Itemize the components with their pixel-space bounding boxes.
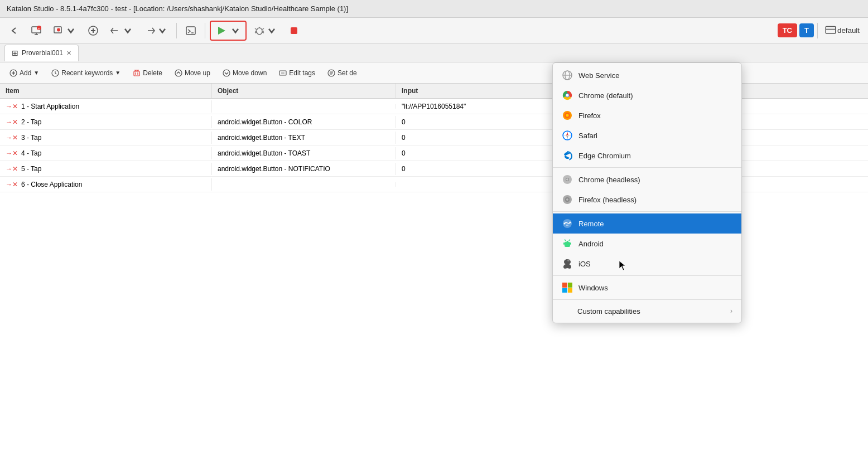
chrome-headless-label: Chrome (headless) bbox=[578, 176, 732, 184]
android-icon bbox=[562, 238, 573, 249]
toolbar-right: TC T default bbox=[778, 22, 864, 39]
svg-point-78 bbox=[567, 259, 570, 261]
bug-icon bbox=[254, 25, 265, 36]
debug-dropdown-icon bbox=[266, 25, 277, 36]
svg-line-20 bbox=[262, 32, 264, 33]
col-header-object: Object bbox=[212, 84, 396, 98]
dropdown-item-remote[interactable]: Remote bbox=[553, 213, 741, 234]
svg-text:●: ● bbox=[38, 27, 40, 30]
dropdown-item-windows[interactable]: Windows bbox=[553, 278, 741, 298]
row-5-item: →✕ 5 - Tap bbox=[0, 163, 212, 175]
workspace-icon bbox=[825, 25, 836, 36]
move-down-label: Move down bbox=[233, 69, 267, 77]
dropdown-item-safari[interactable]: Safari bbox=[553, 125, 741, 145]
row-2-error-icon: →✕ bbox=[6, 118, 18, 126]
svg-line-72 bbox=[565, 240, 566, 241]
remote-label: Remote bbox=[578, 220, 732, 228]
dropdown-item-chrome-headless[interactable]: Chrome (headless) bbox=[553, 169, 741, 190]
tc-avatar-button[interactable]: TC bbox=[778, 23, 797, 37]
stop-button[interactable] bbox=[284, 22, 303, 39]
row-3-item: →✕ 3 - Tap bbox=[0, 132, 212, 144]
safari-icon bbox=[562, 130, 573, 141]
row-4-error-icon: →✕ bbox=[6, 149, 18, 157]
tab-proverbial001[interactable]: ⊞ Proverbial001 ✕ bbox=[4, 45, 79, 61]
row-4-item-text: 4 - Tap bbox=[21, 149, 41, 157]
edit-tags-label: Edit tags bbox=[289, 69, 315, 77]
dropdown-item-web-service[interactable]: Web Service bbox=[553, 65, 741, 85]
workspace-button[interactable]: default bbox=[821, 22, 864, 39]
dropdown-item-custom[interactable]: Custom capabilities › bbox=[553, 302, 741, 320]
delete-button[interactable]: Delete bbox=[128, 67, 167, 79]
title-bar: Katalon Studio - 8.5.1-4a7fc300 - test -… bbox=[0, 0, 868, 18]
row-3-error-icon: →✕ bbox=[6, 134, 18, 142]
svg-rect-23 bbox=[291, 27, 297, 34]
separator-3 bbox=[553, 275, 741, 276]
firefox-icon bbox=[562, 110, 573, 121]
recent-keywords-arrow[interactable]: ▼ bbox=[115, 70, 120, 76]
move-up-icon bbox=[175, 69, 182, 77]
dropdown-item-edge[interactable]: Edge Chromium bbox=[553, 145, 741, 166]
row-1-error-icon: →✕ bbox=[6, 103, 18, 110]
t-avatar-label: T bbox=[804, 26, 809, 35]
nav-forward-button[interactable] bbox=[141, 22, 172, 39]
add-action-button[interactable]: Add ▼ bbox=[4, 67, 44, 79]
row-5-error-icon: →✕ bbox=[6, 165, 18, 173]
dropdown-item-firefox[interactable]: Firefox bbox=[553, 105, 741, 125]
row-2-object: android.widget.Button - COLOR bbox=[212, 116, 396, 128]
tab-bar: ⊞ Proverbial001 ✕ bbox=[0, 43, 868, 62]
play-dropdown-button[interactable] bbox=[229, 24, 242, 37]
add-button[interactable] bbox=[84, 22, 103, 39]
record-button[interactable] bbox=[49, 22, 80, 39]
tab-grid-icon: ⊞ bbox=[12, 48, 18, 57]
edit-tags-icon bbox=[279, 69, 287, 77]
play-button-highlighted-container bbox=[210, 21, 247, 41]
monitor-button[interactable]: ● bbox=[27, 22, 46, 39]
recent-keywords-button[interactable]: Recent keywords ▼ bbox=[46, 67, 126, 79]
tab-close-button[interactable]: ✕ bbox=[66, 50, 71, 57]
t-avatar-button[interactable]: T bbox=[799, 23, 814, 37]
svg-marker-14 bbox=[218, 27, 225, 35]
terminal-button[interactable] bbox=[181, 22, 200, 39]
dropdown-item-android[interactable]: Android bbox=[553, 234, 741, 254]
row-3-item-text: 3 - Tap bbox=[21, 134, 41, 142]
svg-point-37 bbox=[223, 70, 230, 76]
play-button[interactable] bbox=[214, 24, 228, 37]
svg-point-65 bbox=[566, 198, 568, 201]
firefox-label: Firefox bbox=[578, 111, 732, 120]
chrome-icon bbox=[562, 90, 573, 101]
chrome-label: Chrome (default) bbox=[578, 91, 732, 100]
dropdown-item-chrome[interactable]: Chrome (default) bbox=[553, 85, 741, 105]
terminal-icon bbox=[185, 25, 196, 36]
set-desc-button[interactable]: Set de bbox=[322, 67, 362, 79]
dropdown-item-firefox-headless[interactable]: Firefox (headless) bbox=[553, 190, 741, 210]
play-icon bbox=[215, 25, 226, 36]
add-dropdown-arrow[interactable]: ▼ bbox=[33, 70, 39, 76]
debug-button[interactable] bbox=[250, 22, 281, 39]
row-6-item: →✕ 6 - Close Application bbox=[0, 178, 212, 191]
ios-label: iOS bbox=[578, 260, 732, 268]
svg-point-76 bbox=[566, 241, 567, 242]
row-6-error-icon: →✕ bbox=[6, 181, 18, 188]
move-down-icon bbox=[223, 69, 230, 77]
move-down-button[interactable]: Move down bbox=[218, 67, 272, 79]
nav-back-button[interactable] bbox=[106, 22, 137, 39]
separator-1 bbox=[553, 167, 741, 168]
play-dropdown-arrow-icon bbox=[230, 25, 241, 36]
row-1-item: →✕ 1 - Start Application bbox=[0, 100, 212, 113]
title-text: Katalon Studio - 8.5.1-4a7fc300 - test -… bbox=[7, 4, 348, 13]
toolbar: ● bbox=[0, 18, 868, 43]
move-up-button[interactable]: Move up bbox=[170, 67, 215, 79]
web-service-label: Web Service bbox=[578, 71, 732, 80]
record-icon bbox=[53, 25, 64, 36]
dropdown-item-ios[interactable]: iOS bbox=[553, 254, 741, 274]
svg-line-19 bbox=[255, 32, 257, 33]
tab-label: Proverbial001 bbox=[22, 49, 63, 57]
move-up-label: Move up bbox=[185, 69, 210, 77]
stop-icon bbox=[288, 25, 300, 36]
edit-tags-button[interactable]: Edit tags bbox=[274, 67, 320, 79]
firefox-headless-label: Firefox (headless) bbox=[578, 196, 732, 204]
windows-label: Windows bbox=[578, 284, 732, 292]
set-desc-label: Set de bbox=[337, 69, 357, 77]
clock-icon bbox=[51, 69, 59, 77]
chevron-left-button[interactable] bbox=[4, 22, 23, 39]
